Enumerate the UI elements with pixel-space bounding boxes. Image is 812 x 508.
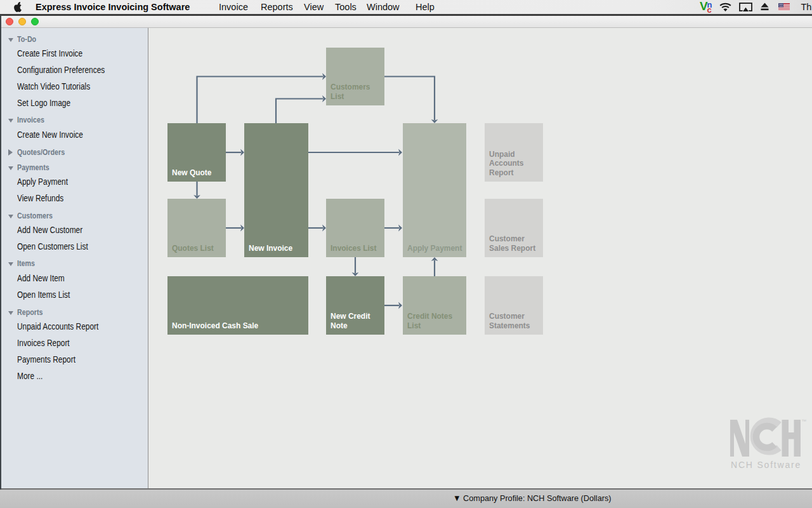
svg-text:™: ™ [801,418,806,424]
